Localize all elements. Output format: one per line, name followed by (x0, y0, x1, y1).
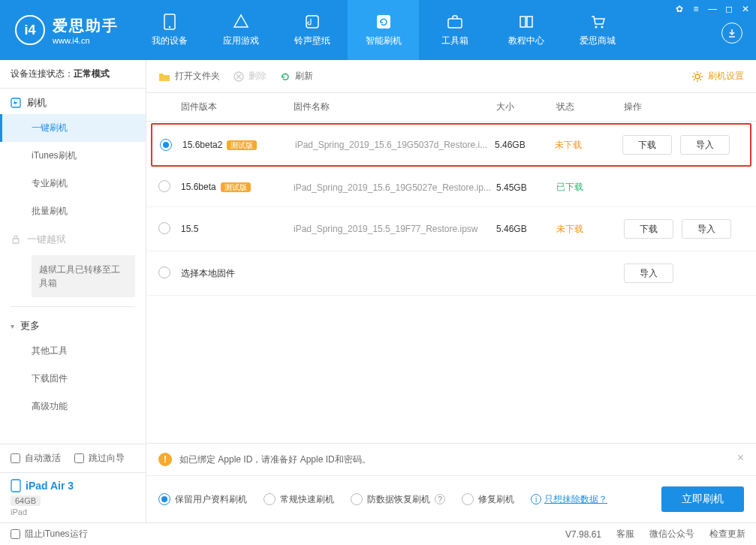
download-button[interactable]: 下载 (622, 135, 672, 155)
table-row[interactable]: 15.6beta测试版 iPad_Spring_2019_15.6_19G502… (146, 168, 756, 207)
svg-point-1 (168, 26, 170, 27)
chevron-down-icon: ▾ (11, 322, 14, 330)
table-row[interactable]: 15.5 iPad_Spring_2019_15.5_19F77_Restore… (146, 207, 756, 251)
download-icon (721, 23, 742, 44)
option-anti-recovery[interactable]: 防数据恢复刷机? (351, 493, 445, 506)
refresh-button[interactable]: 刷新 (280, 70, 313, 83)
lock-icon (11, 234, 21, 245)
auto-activate-checkbox[interactable]: 自动激活 (11, 452, 61, 465)
app-title: 爱思助手 (53, 16, 119, 36)
tablet-icon (11, 479, 21, 492)
maximize-icon[interactable]: ◻ (721, 3, 736, 15)
import-button[interactable]: 导入 (624, 263, 673, 283)
flash-icon (11, 98, 21, 108)
refresh-icon (375, 14, 392, 30)
device-status: 设备连接状态：正常模式 (0, 60, 146, 89)
svg-rect-3 (377, 15, 390, 29)
nav-my-device[interactable]: 我的设备 (134, 0, 205, 60)
table-row[interactable]: 选择本地固件 导入 (146, 251, 756, 296)
nav-toolbox[interactable]: 工具箱 (419, 0, 490, 60)
erase-data-link[interactable]: 只想抹除数据？ (544, 493, 607, 506)
jailbreak-note: 越狱工具已转移至工具箱 (32, 255, 135, 297)
table-row[interactable]: 15.6beta2测试版 iPad_Spring_2019_15.6_19G50… (151, 123, 751, 167)
wechat-button[interactable]: 微信公众号 (649, 528, 694, 540)
top-nav: 我的设备 应用游戏 铃声壁纸 智能刷机 工具箱 教程中心 爱思商城 (134, 0, 633, 60)
flash-options: 保留用户资料刷机 常规快速刷机 防数据恢复刷机? 修复刷机 i只想抹除数据？ 立… (146, 476, 756, 522)
flash-now-button[interactable]: 立即刷机 (661, 486, 744, 512)
svg-rect-4 (448, 19, 462, 28)
th-name: 固件名称 (294, 101, 496, 113)
section-more[interactable]: ▾ 更多 (0, 312, 146, 337)
skin-icon[interactable]: ✿ (672, 3, 687, 15)
import-button[interactable]: 导入 (682, 219, 731, 239)
svg-point-6 (601, 26, 603, 28)
divider (11, 306, 135, 307)
toolbox-icon (447, 14, 463, 30)
header: i4 爱思助手 www.i4.cn 我的设备 应用游戏 铃声壁纸 智能刷机 工具… (0, 0, 756, 60)
device-capacity: 64GB (11, 495, 41, 506)
nav-smart-flash[interactable]: 智能刷机 (348, 0, 419, 60)
nav-tutorials[interactable]: 教程中心 (490, 0, 562, 60)
sidebar-item-other-tools[interactable]: 其他工具 (0, 337, 146, 365)
firmware-status: 未下载 (556, 223, 624, 236)
close-warning-button[interactable]: × (737, 451, 744, 465)
nav-ringtones[interactable]: 铃声壁纸 (276, 0, 348, 60)
cart-icon (589, 14, 606, 30)
beta-tag: 测试版 (227, 140, 257, 150)
book-icon (518, 14, 535, 30)
firmware-status: 未下载 (555, 139, 622, 152)
sidebar-item-pro[interactable]: 专业刷机 (0, 170, 146, 197)
radio[interactable] (158, 266, 170, 279)
open-folder-button[interactable]: 打开文件夹 (158, 70, 220, 83)
window-controls: ✿ ≡ — ◻ ✕ (672, 3, 753, 15)
version-label: V7.98.61 (565, 529, 601, 540)
download-button[interactable] (721, 23, 742, 44)
close-icon[interactable]: ✕ (738, 3, 753, 15)
sidebar-item-batch[interactable]: 批量刷机 (0, 197, 146, 225)
phone-icon (161, 14, 178, 30)
customer-service-button[interactable]: 客服 (616, 528, 634, 540)
download-button[interactable]: 下载 (624, 219, 673, 239)
table-header: 固件版本 固件名称 大小 状态 操作 (146, 93, 756, 122)
firmware-size: 5.46GB (495, 140, 555, 150)
radio[interactable] (158, 180, 170, 192)
menu-icon[interactable]: ≡ (688, 3, 703, 15)
device-info[interactable]: iPad Air 3 64GB iPad (0, 472, 146, 522)
delete-button[interactable]: 删除 (233, 70, 267, 83)
warning-text: 如已绑定 Apple ID，请准备好 Apple ID和密码。 (179, 453, 371, 466)
flash-settings-button[interactable]: 刷机设置 (691, 70, 744, 83)
import-button[interactable]: 导入 (680, 135, 730, 155)
sidebar-item-itunes[interactable]: iTunes刷机 (0, 142, 146, 170)
info-icon[interactable]: i (531, 494, 541, 504)
th-version: 固件版本 (181, 101, 294, 113)
section-jailbreak: 一键越狱 (0, 225, 146, 251)
nav-store[interactable]: 爱思商城 (562, 0, 633, 60)
firmware-status: 已下载 (556, 181, 624, 194)
firmware-name: iPad_Spring_2019_15.5_19F77_Restore.ipsw (294, 224, 496, 234)
svg-rect-9 (11, 480, 20, 492)
radio[interactable] (158, 222, 170, 234)
sidebar-item-advanced[interactable]: 高级功能 (0, 393, 146, 420)
check-update-button[interactable]: 检查更新 (709, 528, 745, 540)
logo-area: i4 爱思助手 www.i4.cn (0, 15, 134, 45)
option-normal[interactable]: 常规快速刷机 (264, 493, 334, 506)
firmware-size: 5.46GB (496, 224, 556, 234)
th-size: 大小 (496, 101, 556, 113)
table-body: 15.6beta2测试版 iPad_Spring_2019_15.6_19G50… (146, 122, 756, 443)
refresh-icon (280, 71, 291, 82)
skip-guide-checkbox[interactable]: 跳过向导 (74, 452, 125, 465)
option-keep-data[interactable]: 保留用户资料刷机 (158, 493, 247, 506)
sidebar-item-download-fw[interactable]: 下载固件 (0, 365, 146, 393)
svg-point-11 (695, 74, 700, 79)
block-itunes-checkbox[interactable]: 阻止iTunes运行 (11, 528, 88, 540)
option-repair[interactable]: 修复刷机 (462, 493, 514, 506)
section-flash[interactable]: 刷机 (0, 89, 146, 114)
sidebar-item-oneclick[interactable]: 一键刷机 (0, 114, 146, 142)
delete-icon (233, 71, 244, 82)
svg-rect-8 (13, 239, 19, 243)
nav-apps[interactable]: 应用游戏 (205, 0, 276, 60)
radio-selected[interactable] (160, 139, 172, 151)
help-icon[interactable]: ? (435, 494, 445, 504)
minimize-icon[interactable]: — (705, 3, 720, 15)
logo-icon: i4 (15, 15, 45, 45)
